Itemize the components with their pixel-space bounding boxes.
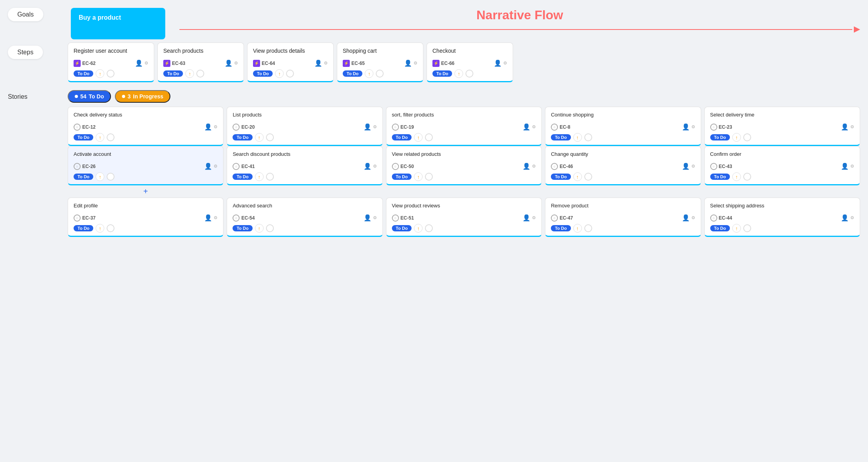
story-card[interactable]: Activate account ○ EC-26 👤 ⚙ To Do ↑ (68, 146, 223, 185)
status-badge[interactable]: To Do (551, 225, 571, 231)
status-badge[interactable]: To Do (253, 70, 273, 77)
story-card[interactable]: Edit profile ○ EC-37 👤 ⚙ To Do ↑ (68, 198, 223, 237)
story-card-title: Confirm order (710, 151, 854, 157)
goals-row: Goals Buy a product Narrative Flow (8, 8, 860, 39)
step-card-title: Register user account (74, 48, 148, 54)
priority-up-button[interactable]: ↑ (96, 69, 104, 78)
status-badge[interactable]: To Do (233, 134, 252, 140)
step-card[interactable]: Register user account ⚡ EC-62 👤 ⚙ To Do … (68, 43, 154, 82)
story-card[interactable]: Search discount products ○ EC-41 👤 ⚙ To … (227, 146, 382, 185)
story-card[interactable]: View product reviews ○ EC-51 👤 ⚙ To Do ↑ (386, 198, 542, 237)
step-card[interactable]: Shopping cart ⚡ EC-65 👤 ⚙ To Do ↑ (337, 43, 423, 82)
story-card-title: Change quantity (551, 151, 695, 157)
story-card[interactable]: Check delivery status ○ EC-12 👤 ⚙ To Do … (68, 107, 223, 146)
story-icon: ○ (74, 124, 81, 131)
story-card[interactable]: Advanced search ○ EC-54 👤 ⚙ To Do ↑ (227, 198, 382, 237)
goal-card[interactable]: Buy a product (71, 8, 165, 39)
status-badge[interactable]: To Do (551, 174, 571, 180)
status-badge[interactable]: To Do (74, 70, 93, 77)
priority-circle (196, 70, 204, 78)
status-badge[interactable]: To Do (74, 225, 93, 231)
priority-circle (425, 173, 433, 181)
status-badge[interactable]: To Do (710, 174, 730, 180)
card-ec: EC-46 (560, 164, 573, 169)
stories-todo-badge[interactable]: 54 To Do (68, 90, 111, 103)
story-card-title: List products (233, 112, 377, 118)
story-card[interactable]: View related products ○ EC-50 👤 ⚙ To Do … (386, 146, 542, 185)
priority-up-button[interactable]: ↑ (414, 224, 423, 233)
steps-label-wrap: Steps (8, 43, 63, 59)
status-badge[interactable]: To Do (233, 225, 252, 231)
priority-up-button[interactable]: ↑ (732, 224, 741, 233)
goals-label: Goals (8, 8, 43, 21)
story-card[interactable]: List products ○ EC-20 👤 ⚙ To Do ↑ (227, 107, 382, 146)
story-card[interactable]: Select delivery time ○ EC-23 👤 ⚙ To Do ↑ (704, 107, 860, 146)
status-badge[interactable]: To Do (392, 134, 412, 140)
story-card-title: Edit profile (74, 203, 218, 209)
status-badge[interactable]: To Do (432, 70, 452, 77)
story-card[interactable]: Remove product ○ EC-47 👤 ⚙ To Do ↑ (545, 198, 701, 237)
narrative-arrow (179, 26, 860, 33)
priority-circle (584, 173, 592, 181)
status-badge[interactable]: To Do (74, 134, 93, 140)
priority-up-button[interactable]: ↑ (275, 69, 284, 78)
card-ec: EC-63 (172, 61, 185, 66)
priority-up-button[interactable]: ↑ (732, 172, 741, 181)
priority-up-button[interactable]: ↑ (96, 133, 104, 142)
status-badge[interactable]: To Do (392, 225, 412, 231)
priority-circle (743, 133, 751, 141)
gear-icon: ⚙ (373, 215, 377, 220)
story-icon: ○ (710, 124, 717, 131)
priority-up-button[interactable]: ↑ (414, 133, 423, 142)
add-row: + (68, 185, 860, 198)
priority-circle (425, 224, 433, 232)
story-card-title: Search discount products (233, 151, 377, 157)
priority-up-button[interactable]: ↑ (573, 172, 582, 181)
priority-up-button[interactable]: ↑ (573, 133, 582, 142)
status-badge[interactable]: To Do (233, 174, 252, 180)
story-card[interactable]: Change quantity ○ EC-46 👤 ⚙ To Do ↑ (545, 146, 701, 185)
story-card[interactable]: Select shipping address ○ EC-44 👤 ⚙ To D… (704, 198, 860, 237)
priority-up-button[interactable]: ↑ (185, 69, 194, 78)
status-badge[interactable]: To Do (163, 70, 183, 77)
priority-up-button[interactable]: ↑ (255, 172, 264, 181)
status-badge[interactable]: To Do (343, 70, 362, 77)
story-card[interactable]: Confirm order ○ EC-43 👤 ⚙ To Do ↑ (704, 146, 860, 185)
steps-cards: Register user account ⚡ EC-62 👤 ⚙ To Do … (68, 43, 860, 82)
priority-up-button[interactable]: ↑ (573, 224, 582, 233)
avatar-icon: 👤 (364, 123, 371, 131)
story-card[interactable]: Continue shopping ○ EC-8 👤 ⚙ To Do ↑ (545, 107, 701, 146)
step-card[interactable]: Search products ⚡ EC-63 👤 ⚙ To Do ↑ (157, 43, 244, 82)
gear-icon: ⚙ (414, 61, 417, 66)
status-badge[interactable]: To Do (551, 134, 571, 140)
priority-up-button[interactable]: ↑ (255, 224, 264, 233)
status-badge[interactable]: To Do (392, 174, 412, 180)
priority-up-button[interactable]: ↑ (454, 69, 463, 78)
status-badge[interactable]: To Do (74, 174, 93, 180)
priority-up-button[interactable]: ↑ (732, 133, 741, 142)
status-badge[interactable]: To Do (710, 225, 730, 231)
priority-circle (425, 133, 433, 141)
story-icon: ○ (392, 124, 399, 131)
gear-icon: ⚙ (850, 215, 854, 220)
priority-up-button[interactable]: ↑ (96, 224, 104, 233)
card-ec: EC-41 (241, 164, 255, 169)
stories-inprogress-badge[interactable]: 3 In Progress (115, 90, 170, 103)
card-ec: EC-62 (82, 61, 96, 66)
priority-up-button[interactable]: ↑ (96, 172, 104, 181)
story-icon: ○ (233, 214, 240, 222)
story-icon: ○ (233, 163, 240, 170)
step-card[interactable]: Checkout ⚡ EC-66 👤 ⚙ To Do ↑ (427, 43, 513, 82)
priority-up-button[interactable]: ↑ (365, 69, 373, 78)
plus-icon: + (143, 187, 148, 196)
priority-up-button[interactable]: ↑ (255, 133, 264, 142)
step-icon: ⚡ (253, 60, 260, 67)
story-card-title: sort, filter products (392, 112, 536, 118)
story-card[interactable]: sort, filter products ○ EC-19 👤 ⚙ To Do … (386, 107, 542, 146)
status-badge[interactable]: To Do (710, 134, 730, 140)
add-story-button[interactable]: + (68, 185, 223, 198)
stories-row: Edit profile ○ EC-37 👤 ⚙ To Do ↑ Advance… (68, 198, 860, 237)
priority-circle (107, 224, 115, 232)
priority-up-button[interactable]: ↑ (414, 172, 423, 181)
step-card[interactable]: View products details ⚡ EC-64 👤 ⚙ To Do … (247, 43, 334, 82)
